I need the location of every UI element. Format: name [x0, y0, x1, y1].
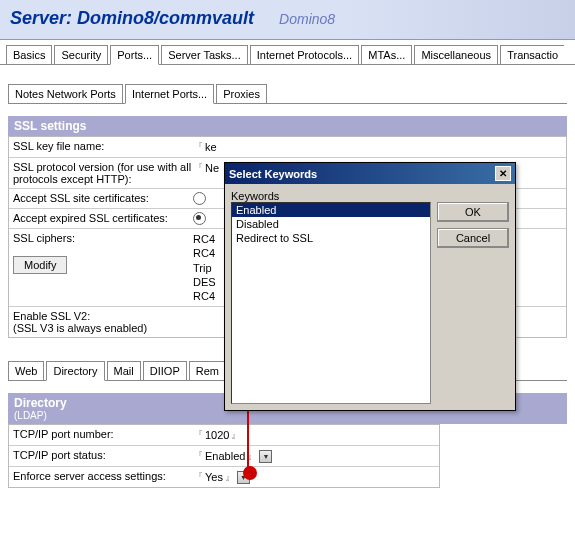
cancel-button[interactable]: Cancel — [437, 228, 509, 248]
ssl-expired-radio[interactable] — [193, 212, 206, 225]
page-title: Server: Domino8/commvault Domino8 — [10, 8, 565, 29]
dialog-title: Select Keywords — [229, 168, 317, 180]
dir-status-label: TCP/IP port status: — [13, 449, 193, 461]
ssl-section-header: SSL settings — [8, 116, 567, 136]
dialog-titlebar[interactable]: Select Keywords ✕ — [225, 163, 515, 184]
ports-subtabs: Notes Network Ports Internet Ports... Pr… — [8, 73, 567, 104]
tab-ports[interactable]: Ports... — [110, 45, 159, 65]
tab-basics[interactable]: Basics — [6, 45, 52, 64]
title-sub: Domino8 — [279, 11, 335, 27]
dir-enforce-label: Enforce server access settings: — [13, 470, 193, 482]
ssl-expired-label: Accept expired SSL certificates: — [13, 212, 193, 224]
keywords-listbox[interactable]: Enabled Disabled Redirect to SSL — [231, 202, 431, 404]
ptab-directory[interactable]: Directory — [46, 361, 104, 381]
dir-port-value[interactable]: 1020 — [205, 429, 229, 441]
dir-status-value: Enabled — [205, 450, 245, 462]
ssl-site-label: Accept SSL site certificates: — [13, 192, 193, 204]
ssl-ciphers-label: SSL ciphers: Modify — [13, 232, 193, 274]
tab-server-tasks[interactable]: Server Tasks... — [161, 45, 248, 64]
dir-status-dropdown[interactable]: ▼ — [259, 450, 272, 463]
keywords-label: Keywords — [231, 190, 431, 202]
ssl-v2-label: Enable SSL V2: (SSL V3 is always enabled… — [13, 310, 193, 334]
tab-mtas[interactable]: MTAs... — [361, 45, 412, 64]
ptab-rem[interactable]: Rem — [189, 361, 226, 380]
tab-misc[interactable]: Miscellaneous — [414, 45, 498, 64]
subtab-proxies[interactable]: Proxies — [216, 84, 267, 103]
tab-internet-protocols[interactable]: Internet Protocols... — [250, 45, 359, 64]
modify-button[interactable]: Modify — [13, 256, 67, 274]
directory-section: TCP/IP port number: 1020 TCP/IP port sta… — [8, 424, 440, 488]
annotation-arrow-tail — [243, 466, 257, 480]
ssl-proto-label: SSL protocol version (for use with all p… — [13, 161, 193, 185]
kw-item-disabled[interactable]: Disabled — [232, 217, 430, 231]
ssl-site-radio[interactable] — [193, 192, 206, 205]
select-keywords-dialog: Select Keywords ✕ Keywords Enabled Disab… — [224, 162, 516, 411]
subtab-notes-ports[interactable]: Notes Network Ports — [8, 84, 123, 103]
ok-button[interactable]: OK — [437, 202, 509, 222]
ptab-web[interactable]: Web — [8, 361, 44, 380]
annotation-arrow — [247, 402, 249, 468]
subtab-internet-ports[interactable]: Internet Ports... — [125, 84, 214, 104]
ptab-mail[interactable]: Mail — [107, 361, 141, 380]
ssl-ciphers-value: RC4 RC4 Trip DES RC4 — [193, 232, 216, 303]
ssl-proto-value[interactable]: Ne — [205, 162, 219, 174]
title-value: Domino8/commvault — [77, 8, 254, 28]
kw-item-redirect[interactable]: Redirect to SSL — [232, 231, 430, 245]
tab-transaction[interactable]: Transactio — [500, 45, 564, 64]
ptab-diiop[interactable]: DIIOP — [143, 361, 187, 380]
tab-security[interactable]: Security — [54, 45, 108, 64]
title-prefix: Server: — [10, 8, 77, 28]
ssl-key-value[interactable]: ke — [205, 141, 217, 153]
close-icon[interactable]: ✕ — [495, 166, 511, 181]
ssl-key-label: SSL key file name: — [13, 140, 193, 152]
header: Server: Domino8/commvault Domino8 — [0, 0, 575, 40]
main-tabs: Basics Security Ports... Server Tasks...… — [0, 40, 575, 65]
dir-port-label: TCP/IP port number: — [13, 428, 193, 440]
kw-item-enabled[interactable]: Enabled — [232, 203, 430, 217]
dir-enforce-value: Yes — [205, 471, 223, 483]
